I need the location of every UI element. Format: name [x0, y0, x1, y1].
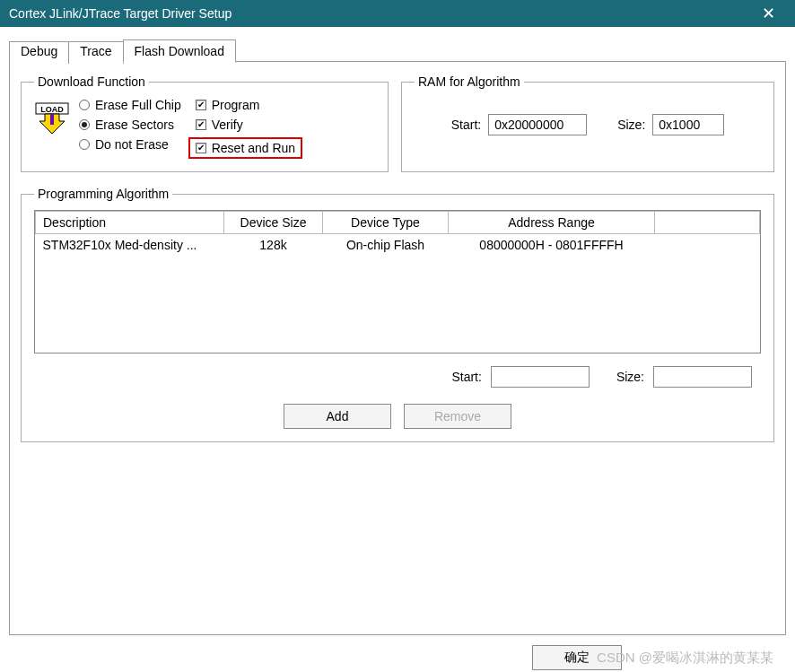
checkbox-icon: ✔	[196, 100, 206, 110]
table-row[interactable]: STM32F10x Med-density ... 128k On-chip F…	[36, 234, 760, 257]
ram-for-algorithm-group: RAM for Algorithm Start: Size:	[401, 74, 774, 172]
titlebar: Cortex JLink/JTrace Target Driver Setup …	[0, 0, 795, 27]
content-area: Debug Trace Flash Download Download Func…	[0, 27, 795, 672]
radio-icon	[79, 139, 90, 150]
ram-size-label: Size:	[617, 118, 645, 132]
svg-text:LOAD: LOAD	[40, 105, 64, 114]
programming-algorithm-group: Programming Algorithm Description Device…	[21, 187, 774, 442]
algo-size-label: Size:	[616, 370, 644, 384]
algo-start-label: Start:	[451, 370, 481, 384]
tab-flash-download[interactable]: Flash Download	[123, 39, 236, 63]
programming-algorithm-legend: Programming Algorithm	[34, 187, 172, 201]
ram-legend: RAM for Algorithm	[415, 74, 524, 89]
ram-start-input[interactable]	[488, 114, 587, 135]
tab-trace[interactable]: Trace	[68, 41, 123, 64]
radio-label: Erase Sectors	[95, 118, 174, 132]
algo-start-input[interactable]	[491, 366, 590, 388]
cell-address-range: 08000000H - 0801FFFFH	[449, 234, 655, 257]
ram-start-label: Start:	[451, 118, 481, 132]
radio-icon	[79, 119, 90, 130]
col-device-type[interactable]: Device Type	[323, 212, 449, 234]
col-address-range[interactable]: Address Range	[449, 212, 655, 234]
check-label: Program	[212, 98, 260, 112]
radio-do-not-erase[interactable]: Do not Erase	[79, 137, 181, 152]
table-header-row: Description Device Size Device Type Addr…	[36, 212, 760, 234]
check-program[interactable]: ✔ Program	[196, 98, 302, 112]
remove-button[interactable]: Remove	[404, 404, 511, 429]
radio-label: Do not Erase	[95, 137, 169, 152]
ram-size-input[interactable]	[652, 114, 724, 135]
close-icon[interactable]: ✕	[750, 4, 786, 23]
tab-debug[interactable]: Debug	[9, 41, 69, 64]
radio-erase-full-chip[interactable]: Erase Full Chip	[79, 98, 181, 112]
radio-label: Erase Full Chip	[95, 98, 181, 112]
col-device-size[interactable]: Device Size	[224, 212, 323, 234]
checkbox-icon: ✔	[196, 119, 206, 130]
download-function-group: Download Function LOAD Erase Full Chip	[21, 74, 389, 172]
cell-description: STM32F10x Med-density ...	[36, 234, 224, 257]
tab-strip: Debug Trace Flash Download	[9, 39, 786, 62]
check-reset-and-run[interactable]: ✔ Reset and Run	[188, 137, 302, 159]
check-label: Verify	[212, 118, 243, 132]
col-description[interactable]: Description	[36, 212, 224, 234]
check-label: Reset and Run	[212, 141, 295, 155]
load-icon: LOAD	[34, 101, 70, 137]
tab-panel-flash: Download Function LOAD Erase Full Chip	[9, 61, 786, 635]
radio-erase-sectors[interactable]: Erase Sectors	[79, 118, 181, 132]
dialog-button-bar: 确定 CSDN @爱喝冰淇淋的黄某某	[9, 636, 786, 672]
window-title: Cortex JLink/JTrace Target Driver Setup	[9, 6, 750, 21]
radio-icon	[79, 100, 90, 110]
check-verify[interactable]: ✔ Verify	[196, 118, 302, 132]
algorithm-table[interactable]: Description Device Size Device Type Addr…	[34, 210, 761, 353]
algo-size-input[interactable]	[653, 366, 752, 388]
watermark-text: CSDN @爱喝冰淇淋的黄某某	[597, 650, 773, 667]
cell-device-type: On-chip Flash	[323, 234, 449, 257]
checkbox-icon: ✔	[196, 143, 206, 153]
cell-device-size: 128k	[224, 234, 323, 257]
download-function-legend: Download Function	[34, 74, 149, 89]
col-spacer	[655, 212, 760, 234]
svg-marker-3	[50, 114, 54, 125]
add-button[interactable]: Add	[284, 404, 391, 429]
